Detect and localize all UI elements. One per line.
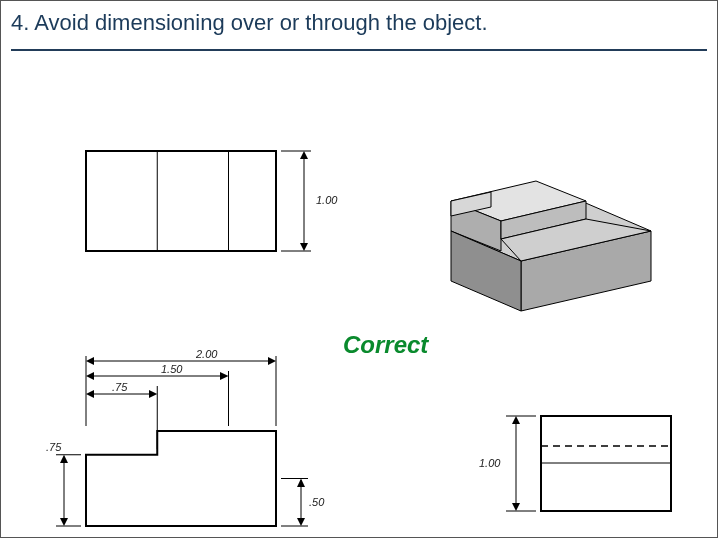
slide-frame: 4. Avoid dimensioning over or through th… xyxy=(0,0,718,538)
svg-marker-47 xyxy=(512,503,520,511)
svg-marker-29 xyxy=(297,479,305,488)
svg-marker-7 xyxy=(300,243,308,251)
dim-w-total: 2.00 xyxy=(195,348,218,360)
dim-h-bot: .50 xyxy=(309,496,325,508)
dim-side-h: 1.00 xyxy=(479,457,501,469)
svg-marker-16 xyxy=(86,372,94,380)
svg-marker-20 xyxy=(268,357,276,365)
svg-marker-14 xyxy=(149,390,157,398)
top-view: 1.00 xyxy=(76,141,346,271)
heading-underline xyxy=(11,49,707,51)
svg-rect-0 xyxy=(86,151,276,251)
svg-marker-25 xyxy=(60,518,68,526)
dim-top-height: 1.00 xyxy=(316,194,338,206)
svg-marker-24 xyxy=(60,455,68,463)
svg-marker-46 xyxy=(512,416,520,424)
iso-view xyxy=(421,141,671,321)
dim-w-small: .75 xyxy=(112,381,128,393)
label-correct: Correct xyxy=(343,331,428,359)
svg-marker-13 xyxy=(86,390,94,398)
svg-marker-6 xyxy=(300,151,308,159)
dim-w-mid: 1.50 xyxy=(161,363,183,375)
rule-heading: 4. Avoid dimensioning over or through th… xyxy=(11,9,488,37)
dim-h-step: .75 xyxy=(46,441,62,453)
svg-marker-17 xyxy=(220,372,229,380)
svg-marker-19 xyxy=(86,357,94,365)
side-view: 1.00 xyxy=(471,391,691,540)
front-view: .75 1.50 2.00 .75 .50 xyxy=(46,321,346,540)
svg-marker-30 xyxy=(297,518,305,526)
